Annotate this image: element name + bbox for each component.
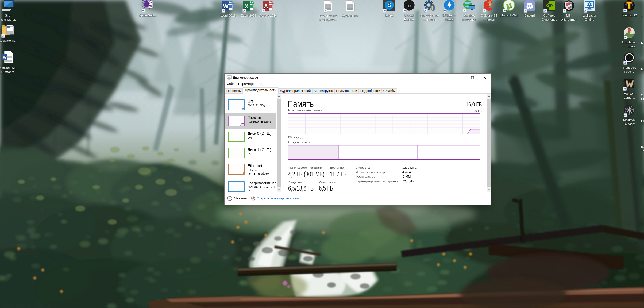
- svg-text:W: W: [223, 3, 229, 10]
- svg-text:S: S: [387, 2, 391, 9]
- svg-text:u: u: [407, 2, 411, 9]
- svg-text:A: A: [264, 3, 268, 10]
- svg-text:TF: TF: [627, 56, 632, 60]
- svg-text:W: W: [3, 55, 7, 59]
- svg-text:X: X: [245, 3, 249, 10]
